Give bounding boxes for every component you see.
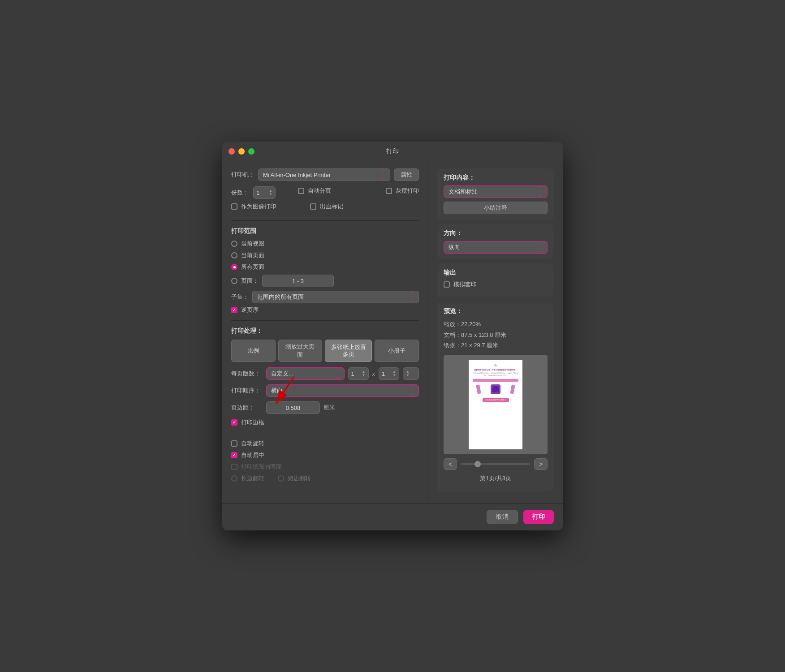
per-page-row: 每页版数： 自定义... ⌃⌄ 1 ▲ ▼ x 1 ▲ — [231, 367, 419, 380]
reverse-order-label: 逆页序 — [241, 306, 259, 314]
content-section-header: 打印内容： — [444, 174, 548, 182]
page-slider[interactable] — [461, 463, 531, 465]
grayscale-row: 灰度打印 — [386, 187, 419, 195]
printer-label: 打印机： — [231, 171, 254, 179]
bottom-bar: 取消 打印 — [222, 503, 563, 530]
copies-down-icon[interactable]: ▼ — [269, 193, 272, 196]
pages-num1-spinner[interactable]: 1 ▲ ▼ — [348, 367, 369, 380]
direction-section-header: 方向： — [444, 229, 548, 237]
maximize-button[interactable] — [248, 148, 254, 155]
copies-row: 份数： 1 ▲ ▼ 自动分页 灰度打印 — [231, 186, 419, 199]
close-button[interactable] — [229, 148, 235, 155]
range-section-header: 打印范围 — [231, 227, 419, 235]
current-page-radio[interactable] — [231, 252, 237, 258]
auto-collate-checkbox[interactable] — [298, 188, 304, 194]
order-select[interactable]: 横向 ⌃⌄ — [266, 384, 419, 397]
printer-row: 打印机： Mi All-in-One Inkjet Printer ⌃⌄ 属性 — [231, 168, 419, 181]
all-pages-label: 所有页面 — [241, 263, 264, 271]
auto-rotate-row: 自动旋转 — [231, 439, 419, 448]
prev-page-button[interactable]: < — [444, 458, 457, 470]
nav-controls: < > — [444, 458, 548, 470]
print-both-sides-checkbox[interactable] — [231, 464, 237, 470]
preview-illustration — [471, 384, 520, 394]
pages-num2-spinner[interactable]: 1 ▲ ▼ — [379, 367, 399, 380]
simulate-overprint-checkbox[interactable] — [444, 281, 450, 288]
cancel-button[interactable]: 取消 — [487, 510, 518, 524]
grayscale-label: 灰度打印 — [396, 187, 419, 195]
content-select[interactable]: 文档和标注 ⌃⌄ — [444, 185, 548, 198]
print-border-checkbox[interactable] — [231, 419, 237, 426]
pages-row: 页面： 1 - 3 — [231, 275, 419, 287]
minimize-button[interactable] — [238, 148, 245, 155]
output-section: 输出 模拟套印 — [437, 263, 554, 297]
preview-logo-inner — [492, 386, 499, 392]
direction-select[interactable]: 纵向 ⌃⌄ — [444, 241, 548, 254]
divider3 — [231, 433, 419, 433]
subset-label: 子集： — [231, 293, 249, 301]
num3-arrows: ▲ ▼ — [406, 370, 410, 377]
short-edge-label: 短边翻转 — [288, 474, 311, 482]
auto-rotate-label: 自动旋转 — [241, 439, 264, 448]
doc-size-text: 文档：87.5 x 123.8 厘米 — [444, 330, 548, 340]
image-print-label: 作为图像打印 — [241, 202, 276, 211]
order-label: 打印顺序： — [231, 387, 263, 395]
subset-select[interactable]: 范围内的所有页面 ⌃⌄ — [252, 291, 419, 303]
per-page-label: 每页版数： — [231, 370, 263, 378]
preview-chevron-icon: ≫ — [494, 363, 497, 367]
grayscale-checkbox[interactable] — [386, 188, 392, 194]
reverse-order-checkbox[interactable] — [231, 307, 237, 313]
auto-rotate-checkbox[interactable] — [231, 440, 237, 447]
booklet-button[interactable]: 小册子 — [375, 340, 419, 362]
auto-center-row: 自动居中 — [231, 451, 419, 459]
num1-down-icon[interactable]: ▼ — [362, 374, 366, 377]
content-section: 打印内容： 文档和标注 ⌃⌄ 小结注释 — [437, 168, 554, 220]
pages-input[interactable]: 1 - 3 — [262, 275, 334, 287]
current-view-row: 当前视图 — [231, 240, 419, 248]
long-edge-row: 长边翻转 — [231, 474, 264, 482]
auto-center-checkbox[interactable] — [231, 452, 237, 458]
next-page-button[interactable]: > — [534, 458, 548, 470]
auto-collate-label: 自动分页 — [308, 187, 331, 195]
pages-radio[interactable] — [231, 278, 237, 284]
current-view-radio[interactable] — [231, 241, 237, 247]
long-edge-radio[interactable] — [231, 475, 237, 482]
left-panel: 打印机： Mi All-in-One Inkjet Printer ⌃⌄ 属性 … — [222, 161, 428, 503]
per-page-select[interactable]: 自定义... ⌃⌄ — [266, 367, 345, 380]
pages-num3-spinner[interactable]: ▲ ▼ — [403, 367, 419, 380]
window-title: 打印 — [386, 147, 399, 155]
flip-row: 长边翻转 短边翻转 — [231, 474, 419, 486]
bleed-mark-checkbox[interactable] — [310, 203, 316, 210]
multi-button[interactable]: 多张纸上放置多页 — [325, 340, 372, 362]
print-both-sides-row: 打印纸张的两面 — [231, 463, 419, 471]
current-view-label: 当前视图 — [241, 240, 264, 248]
scale-button[interactable]: 比例 — [231, 340, 276, 362]
shrink-button[interactable]: 缩放过大页面 — [278, 340, 323, 362]
margin-label: 页边距： — [231, 404, 263, 412]
reverse-order-row: 逆页序 — [231, 306, 419, 314]
printer-select[interactable]: Mi All-in-One Inkjet Printer ⌃⌄ — [258, 168, 390, 181]
properties-button[interactable]: 属性 — [394, 168, 419, 181]
image-print-checkbox[interactable] — [231, 203, 237, 210]
summary-button[interactable]: 小结注释 — [444, 202, 548, 214]
page-counter: 第1页/共3页 — [444, 474, 548, 482]
order-chevron-icon: ⌃⌄ — [410, 384, 414, 397]
output-section-header: 输出 — [444, 269, 548, 277]
copies-spinner[interactable]: 1 ▲ ▼ — [253, 186, 276, 199]
x-label: x — [372, 370, 375, 377]
preview-ad-body: 更可以加购¥395的插件套件，管享福睿器 IPC/移动端）、射墨器（PC/移动端… — [471, 372, 520, 376]
preview-person-right — [510, 385, 515, 394]
margin-input[interactable]: 0.508 — [266, 401, 320, 414]
print-button[interactable]: 打印 — [523, 510, 554, 524]
margin-row: 页边距： 0.508 厘米 — [231, 401, 419, 414]
simulate-overprint-label: 模拟套印 — [453, 280, 477, 289]
page-preview: ≫ 福睿转轻包198元/年，专享上述福睿器所有功能特权。 更可以加购¥395的插… — [469, 360, 522, 449]
margin-unit: 厘米 — [323, 404, 335, 412]
all-pages-radio[interactable] — [231, 264, 237, 270]
short-edge-row: 短边翻转 — [278, 474, 311, 482]
preview-pink-bar — [473, 379, 519, 382]
pages-label: 页面： — [241, 277, 259, 285]
num3-down-icon[interactable]: ▼ — [406, 374, 410, 377]
bleed-mark-label: 出血标记 — [320, 202, 343, 211]
short-edge-radio[interactable] — [278, 475, 284, 482]
num2-down-icon[interactable]: ▼ — [392, 374, 396, 377]
